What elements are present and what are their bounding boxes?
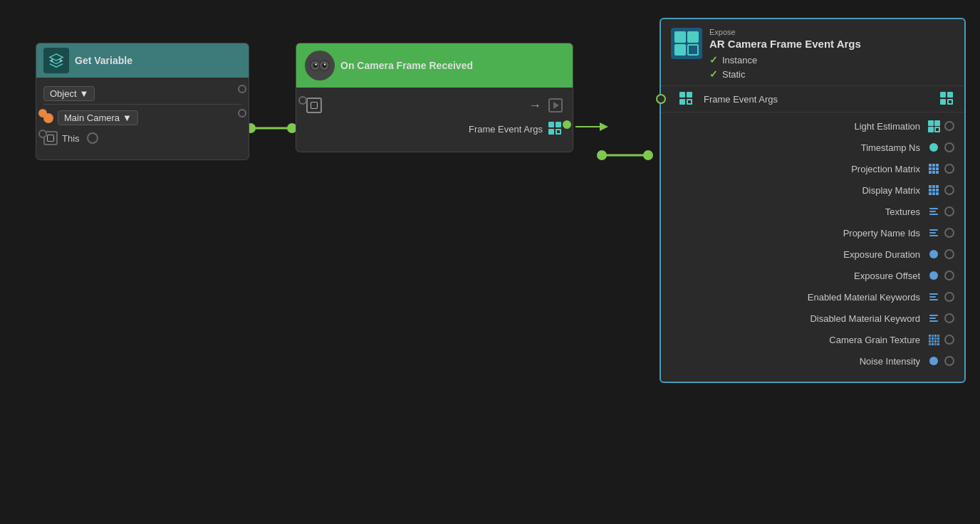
object-type-row: Object ▼	[43, 83, 241, 104]
prop-output-port-0	[944, 121, 954, 131]
frame-args-ar-icon	[679, 92, 694, 106]
get-variable-header: Get Variable	[36, 43, 249, 78]
grid-icon	[929, 164, 939, 174]
prop-output-port-6	[944, 249, 954, 259]
on-camera-title: On Camera Frame Received	[340, 60, 473, 71]
prop-row-0: Light Estimation	[661, 115, 964, 137]
prop-name-10: Camera Grain Texture	[668, 335, 923, 345]
get-variable-title: Get Variable	[75, 55, 132, 66]
prop-icon-7	[927, 269, 940, 282]
prop-name-11: Noise Intensity	[668, 356, 923, 367]
expose-title-block: Expose AR Camera Frame Event Args ✓ Inst…	[709, 28, 861, 80]
svg-point-5	[643, 150, 653, 160]
frame-event-args-row: Frame Event Args	[303, 117, 565, 140]
instance-check-row[interactable]: ✓ Instance	[709, 54, 861, 66]
get-variable-node: Get Variable Object ▼ Main Camera ▼	[36, 43, 249, 160]
prop-name-5: Property Name Ids	[668, 228, 923, 239]
prop-name-7: Exposure Offset	[668, 271, 923, 281]
object-port-icon	[306, 98, 322, 113]
svg-point-14	[324, 63, 325, 65]
on-camera-frame-header: On Camera Frame Received	[296, 43, 573, 88]
camera-eyes-icon	[305, 51, 335, 80]
instance-label: Instance	[722, 55, 757, 66]
right-port-object	[238, 85, 246, 93]
prop-output-port-1	[944, 142, 954, 152]
dot-icon	[929, 357, 938, 365]
exec-arrow-icon: →	[528, 98, 541, 113]
list-icon	[929, 315, 938, 322]
get-variable-icon	[43, 48, 69, 73]
prop-icon-3	[927, 184, 940, 197]
prop-output-port-8	[944, 292, 954, 302]
prop-icon-1	[927, 141, 940, 154]
play-button[interactable]	[548, 98, 563, 112]
list-icon	[929, 208, 938, 215]
ar-icon-grid	[674, 31, 699, 56]
prop-output-port-2	[944, 164, 954, 174]
exec-port-row: →	[303, 93, 565, 117]
svg-point-4	[597, 150, 607, 160]
prop-row-3: Display Matrix	[661, 179, 964, 201]
static-check-row[interactable]: ✓ Static	[709, 68, 861, 80]
prop-name-8: Enabled Material Keywords	[668, 292, 923, 303]
prop-row-8: Enabled Material Keywords	[661, 286, 964, 308]
prop-name-4: Textures	[668, 206, 923, 217]
on-camera-frame-node: On Camera Frame Received → Frame Event A…	[296, 43, 573, 152]
instance-check-icon: ✓	[709, 54, 718, 66]
prop-icon-8	[927, 290, 940, 303]
prop-icon-11	[927, 355, 940, 367]
expose-panel: Expose AR Camera Frame Event Args ✓ Inst…	[660, 18, 966, 383]
ar-output-icon	[548, 122, 563, 136]
right-port-camera	[238, 109, 246, 117]
left-port-main-camera	[38, 109, 47, 117]
frame-args-label: Frame Event Args	[704, 94, 778, 105]
expose-ar-icon	[671, 28, 702, 59]
prop-icon-9	[927, 312, 940, 325]
list-icon	[929, 293, 938, 300]
camera-dropdown-arrow: ▼	[123, 112, 132, 123]
expose-checkboxes: ✓ Instance ✓ Static	[709, 54, 861, 80]
texture-icon	[929, 335, 939, 345]
prop-name-2: Projection Matrix	[668, 164, 923, 174]
expose-panel-header: Expose AR Camera Frame Event Args ✓ Inst…	[661, 19, 964, 86]
prop-icon-0	[927, 120, 940, 132]
static-check-icon: ✓	[709, 68, 718, 80]
prop-icon-5	[927, 226, 940, 239]
svg-rect-15	[311, 103, 318, 109]
this-target-port	[87, 132, 98, 144]
prop-row-10: Camera Grain Texture	[661, 329, 964, 350]
prop-row-1: Timestamp Ns	[661, 137, 964, 158]
static-label: Static	[722, 69, 746, 80]
object-type-dropdown[interactable]: Object ▼	[43, 86, 95, 101]
svg-point-13	[315, 63, 316, 65]
prop-output-port-11	[944, 356, 954, 366]
prop-name-6: Exposure Duration	[668, 249, 923, 260]
prop-row-11: Noise Intensity	[661, 350, 964, 372]
ar-grid-icon	[928, 120, 940, 132]
prop-row-2: Projection Matrix	[661, 158, 964, 179]
prop-name-3: Display Matrix	[668, 185, 923, 196]
get-variable-body: Object ▼ Main Camera ▼	[36, 78, 249, 154]
on-camera-body: → Frame Event Args	[296, 88, 573, 146]
prop-icon-6	[927, 248, 940, 261]
expose-panel-title: AR Camera Frame Event Args	[709, 38, 861, 50]
prop-output-port-7	[944, 271, 954, 281]
prop-row-7: Exposure Offset	[661, 265, 964, 286]
left-exec-port	[298, 96, 307, 105]
prop-row-6: Exposure Duration	[661, 243, 964, 265]
right-port-frame-args	[563, 120, 571, 129]
main-camera-dropdown[interactable]: Main Camera ▼	[58, 110, 138, 125]
prop-name-1: Timestamp Ns	[668, 142, 923, 153]
main-camera-row: Main Camera ▼	[43, 108, 241, 128]
dot-icon	[929, 143, 938, 152]
dot-icon	[929, 271, 938, 280]
dropdown-arrow-icon: ▼	[80, 88, 89, 99]
play-arrow-icon	[553, 102, 559, 109]
properties-list: Light EstimationTimestamp NsProjection M…	[661, 112, 964, 374]
svg-rect-8	[48, 135, 54, 142]
prop-name-0: Light Estimation	[668, 121, 923, 132]
prop-output-port-3	[944, 185, 954, 195]
prop-output-port-9	[944, 313, 954, 323]
prop-output-port-4	[944, 206, 954, 216]
frame-args-port-row: Frame Event Args	[661, 86, 964, 112]
